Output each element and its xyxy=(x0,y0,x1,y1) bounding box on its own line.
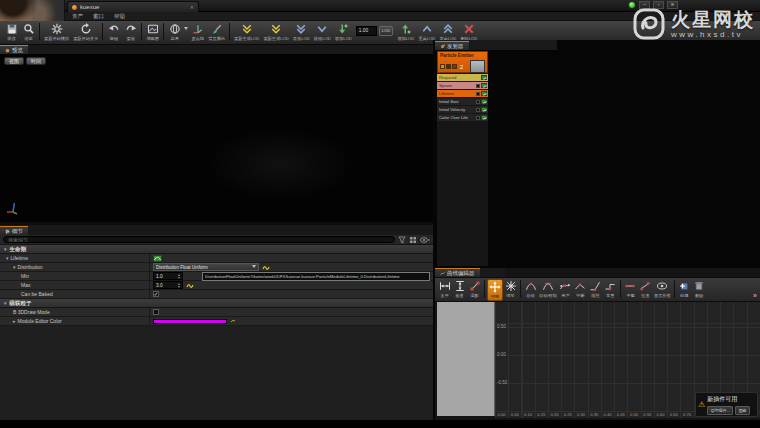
tangent-break-icon xyxy=(574,280,586,292)
module-row[interactable]: Initial Size xyxy=(437,98,488,105)
module-row[interactable]: Initial Velocity xyxy=(437,106,488,113)
row-can-be-baked[interactable]: Can be Baked ✓ xyxy=(0,290,433,299)
module-curve-button[interactable] xyxy=(481,91,487,96)
curve-track-panel[interactable] xyxy=(437,302,495,416)
dismiss-button[interactable]: 忽略 xyxy=(735,406,749,415)
module-curve-button[interactable] xyxy=(481,107,487,112)
section-header-cascade[interactable]: ▾ 级联粒子 xyxy=(0,299,433,308)
can-be-baked-checkbox[interactable]: ✓ xyxy=(153,291,159,297)
row-3d-draw-mode[interactable]: B 3DDraw Mode xyxy=(0,308,433,317)
color-reset-icon[interactable] xyxy=(230,318,236,324)
tangent-break-button[interactable]: 中断 xyxy=(573,279,588,301)
row-module-editor-color[interactable]: ▸Module Editor Color xyxy=(0,317,433,326)
distribution-type-dropdown[interactable]: Distribution Float Uniform xyxy=(153,263,259,271)
row-distribution[interactable]: ▾Distribution Distribution Float Uniform xyxy=(0,263,433,272)
regen-lowest-lod-button[interactable]: 重新生成LOD xyxy=(232,22,261,44)
module-row[interactable]: Lifetime xyxy=(437,90,488,97)
fit-horizontal-button[interactable]: 水平 xyxy=(437,279,452,301)
tab-details[interactable]: 细节 xyxy=(0,226,28,235)
undo-button[interactable]: 撤销 xyxy=(105,22,122,44)
max-value-input[interactable]: 3.0 xyxy=(153,281,183,289)
module-curve-button[interactable] xyxy=(481,99,487,104)
min-value-input[interactable]: 1.0 xyxy=(153,272,183,280)
module-enable-checkbox[interactable] xyxy=(476,100,480,104)
emitter-header[interactable]: Particle Emitter 2 xyxy=(437,51,488,73)
background-color-button[interactable]: 背景颜色 xyxy=(206,22,227,44)
delete-tab-button[interactable]: 删除 xyxy=(692,279,707,301)
section-header-lifetime[interactable]: ▾ 生命期 xyxy=(0,245,433,254)
redo-button[interactable]: 重做 xyxy=(122,22,139,44)
toolbar-overflow-chevron[interactable]: » xyxy=(753,292,757,299)
emitter-solo-button[interactable] xyxy=(446,64,451,69)
filter-funnel-icon[interactable] xyxy=(398,236,406,244)
show-all-tangents-button[interactable]: 显示所有 xyxy=(653,279,672,301)
tangent-user-button[interactable]: 用户 xyxy=(558,279,573,301)
create-tab-button[interactable]: 创建 xyxy=(677,279,692,301)
restart-sim-button[interactable]: 重新开始模拟 xyxy=(42,22,71,44)
flatten-tangents-button[interactable]: 平整 xyxy=(623,279,638,301)
regen-lod-button[interactable]: 重新生成LOD xyxy=(261,22,290,44)
row-min[interactable]: Min 1.0 DistributionFloatUniform'/Game/w… xyxy=(0,272,433,281)
thumbnail-button[interactable]: 缩略图 xyxy=(144,22,161,44)
manage-plugins-button[interactable]: 管理插件... xyxy=(707,406,733,415)
distribution-curve-icon[interactable] xyxy=(186,282,194,289)
y-axis-tick: -0.50 xyxy=(497,380,507,385)
draw-mode-checkbox[interactable] xyxy=(153,309,159,315)
zoom-button[interactable]: 缩放 xyxy=(503,279,518,301)
menu-item[interactable]: 窗口 xyxy=(93,13,104,20)
lowest-lod-button[interactable]: 最低LOD xyxy=(291,22,312,44)
distribution-curve-icon[interactable] xyxy=(262,264,270,271)
bounds-dropdown-caret[interactable] xyxy=(184,27,188,32)
module-row[interactable]: Spawn xyxy=(437,82,488,89)
asset-editor-tab[interactable]: kuexue ✕ xyxy=(67,1,199,12)
module-enable-checkbox[interactable] xyxy=(476,116,480,120)
module-enable-checkbox[interactable] xyxy=(476,92,480,96)
module-enable-checkbox[interactable] xyxy=(476,108,480,112)
lower-lod-button[interactable]: 较低LOD xyxy=(312,22,333,44)
tab-emitters[interactable]: 发射器 xyxy=(435,41,469,50)
details-search-input[interactable] xyxy=(3,236,395,243)
module-row[interactable]: Required xyxy=(437,74,488,81)
module-editor-color-swatch[interactable] xyxy=(153,319,227,324)
tab-curve-editor[interactable]: 曲线编辑器 xyxy=(435,268,480,277)
tangent-linear-button[interactable]: 线性 xyxy=(588,279,603,301)
module-curve-button[interactable] xyxy=(481,115,487,120)
emitter-render-mode-button[interactable] xyxy=(452,64,457,69)
fit-vertical-button[interactable]: 垂直 xyxy=(452,279,467,301)
bounds-button[interactable]: 边界 xyxy=(166,22,183,44)
spinner-arrows-icon[interactable] xyxy=(178,282,180,289)
module-curve-button[interactable] xyxy=(481,75,487,80)
tangent-auto-button[interactable]: 自动 xyxy=(523,279,538,301)
menu-item[interactable]: 帮助 xyxy=(114,13,125,20)
toolbar-separator xyxy=(620,280,621,298)
origin-axis-button[interactable]: 原点轴 xyxy=(189,22,206,44)
restart-level-button[interactable]: 重新开始关卡 xyxy=(71,22,100,44)
preview-viewport[interactable]: 视图 时间 xyxy=(0,54,433,222)
menu-item[interactable]: 资产 xyxy=(72,13,83,20)
curve-property-icon[interactable] xyxy=(153,255,162,262)
tab-close-icon[interactable]: ✕ xyxy=(190,4,194,10)
emitter-enable-checkbox[interactable] xyxy=(440,64,445,69)
add-lod-before-button[interactable]: 添加LOD xyxy=(333,22,354,44)
row-lifetime[interactable]: ▾Lifetime xyxy=(0,254,433,263)
grid-icon[interactable] xyxy=(409,236,417,244)
emitter-material-thumbnail[interactable] xyxy=(470,60,485,73)
module-enable-checkbox[interactable] xyxy=(476,84,480,88)
viewport-time-menu-button[interactable]: 时间 xyxy=(26,57,46,65)
fit-button[interactable]: 适配 xyxy=(467,279,482,301)
tab-preview[interactable]: 预览 xyxy=(0,45,28,54)
eye-view-options-icon[interactable] xyxy=(420,236,430,244)
tangent-constant-button[interactable]: 常量 xyxy=(603,279,618,301)
pan-button[interactable]: 平移 xyxy=(487,279,503,301)
browse-button[interactable]: 浏览 xyxy=(20,22,37,44)
module-row[interactable]: Color Over Life xyxy=(437,114,488,121)
save-button[interactable]: 保存 xyxy=(3,22,20,44)
lod-value-input[interactable]: 1.00 xyxy=(356,26,377,36)
straighten-tangents-button[interactable]: 拉直 xyxy=(638,279,653,301)
tangent-auto-clamped-button[interactable]: 自动/钳制 xyxy=(538,279,558,301)
spinner-arrows-icon[interactable] xyxy=(178,273,180,280)
row-max[interactable]: Max 3.0 xyxy=(0,281,433,290)
module-curve-button[interactable] xyxy=(481,83,487,88)
add-lod-after-button[interactable]: 添加LOD xyxy=(395,22,416,44)
viewport-view-menu-button[interactable]: 视图 xyxy=(4,57,24,65)
